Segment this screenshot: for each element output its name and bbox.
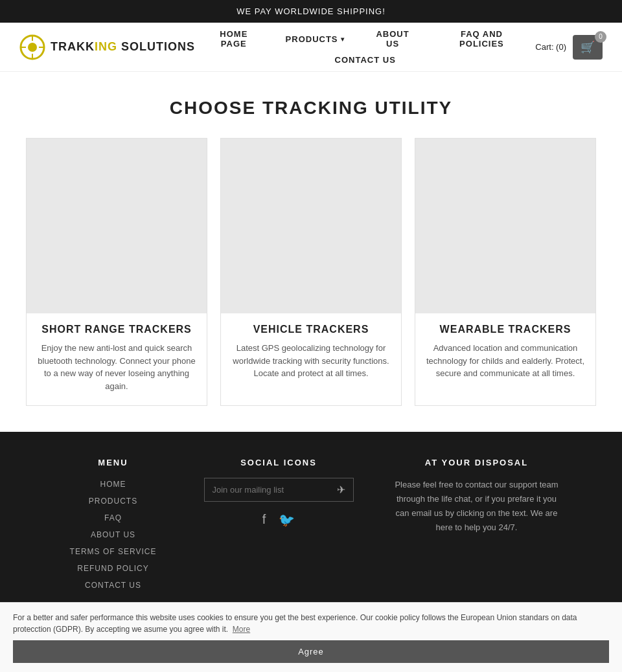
chevron-down-icon: ▾: [341, 36, 345, 43]
cart-label: Cart: (0): [535, 42, 566, 52]
footer-link-faq[interactable]: FAQ: [104, 513, 122, 522]
footer: MENU HOME PRODUCTS FAQ ABOUT US TERMS OF…: [0, 432, 622, 609]
logo-text: TRAKKING SOLUTIONS: [51, 40, 195, 54]
footer-link-about[interactable]: ABOUT US: [91, 530, 135, 539]
list-item: ABOUT US: [62, 528, 165, 540]
footer-social-title: SOCIAL ICONS: [204, 458, 354, 467]
nav-row-2: CONTACT US: [335, 55, 396, 65]
cookie-banner: For a better and safer performance this …: [0, 602, 622, 609]
cart-icon-wrap: 🛒 0: [573, 35, 603, 60]
section-title: CHOOSE TRACKING UTILITY: [19, 98, 603, 118]
footer-link-products[interactable]: PRODUCTS: [89, 497, 137, 506]
list-item: CONTACT US: [62, 579, 165, 590]
nav-contact-us[interactable]: CONTACT US: [335, 55, 396, 65]
cards-grid: SHORT RANGE TRACKERS Enjoy the new anti-…: [19, 138, 603, 406]
nav-home-page[interactable]: HOME PAGE: [208, 29, 260, 49]
nav-products[interactable]: PRODUCTS ▾: [286, 34, 345, 44]
nav-faq-policies[interactable]: FAQ AND POLICIES: [441, 29, 523, 49]
twitter-icon[interactable]: 🐦: [279, 512, 295, 528]
top-banner-text: WE PAY WORLDWIDE SHIPPING!: [236, 6, 386, 16]
card-desc-wearable: Advanced location and communication tech…: [415, 342, 595, 393]
footer-link-refund[interactable]: REFUND POLICY: [77, 564, 148, 573]
footer-disposal-text: Please feel free to contact our support …: [393, 478, 561, 535]
card-vehicle[interactable]: VEHICLE TRACKERS Latest GPS geolocalizin…: [220, 138, 402, 406]
list-item: FAQ: [62, 511, 165, 523]
footer-menu-col: MENU HOME PRODUCTS FAQ ABOUT US TERMS OF…: [62, 458, 165, 596]
list-item: PRODUCTS: [62, 495, 165, 506]
nav-about-us[interactable]: ABOUT US: [371, 29, 415, 49]
list-item: HOME: [62, 478, 165, 489]
footer-link-contact[interactable]: CONTACT US: [85, 581, 141, 590]
logo-icon: [19, 34, 45, 60]
cart-badge: 0: [595, 31, 606, 43]
card-image-vehicle: [221, 139, 401, 313]
footer-disposal-col: AT YOUR DISPOSAL Please feel free to con…: [393, 458, 561, 596]
card-image-short-range: [27, 139, 207, 313]
svg-point-1: [28, 43, 37, 52]
card-image-wearable: [415, 139, 595, 313]
footer-menu-links: HOME PRODUCTS FAQ ABOUT US TERMS OF SERV…: [62, 478, 165, 590]
list-item: TERMS OF SERVICE: [62, 545, 165, 557]
footer-disposal-title: AT YOUR DISPOSAL: [393, 458, 561, 467]
cart-area: Cart: (0) 🛒 0: [535, 35, 603, 60]
footer-link-tos[interactable]: TERMS OF SERVICE: [70, 547, 157, 556]
footer-link-home[interactable]: HOME: [100, 480, 126, 489]
footer-menu-title: MENU: [62, 458, 165, 467]
mailing-form: ✈: [204, 478, 354, 502]
card-title-short-range: SHORT RANGE TRACKERS: [27, 313, 207, 342]
main-content: CHOOSE TRACKING UTILITY SHORT RANGE TRAC…: [0, 72, 622, 432]
logo[interactable]: TRAKKING SOLUTIONS: [19, 34, 195, 60]
header: TRAKKING SOLUTIONS HOME PAGE PRODUCTS ▾ …: [0, 23, 622, 72]
list-item: REFUND POLICY: [62, 562, 165, 574]
cart-text-button[interactable]: Cart: (0): [535, 42, 566, 52]
card-title-wearable: WEARABLE TRACKERS: [415, 313, 595, 342]
card-wearable[interactable]: WEARABLE TRACKERS Advanced location and …: [415, 138, 596, 406]
facebook-icon[interactable]: f: [262, 512, 266, 528]
card-title-vehicle: VEHICLE TRACKERS: [221, 313, 401, 342]
card-desc-vehicle: Latest GPS geolocalizing technology for …: [221, 342, 401, 393]
social-icons: f 🐦: [204, 512, 354, 528]
top-banner: WE PAY WORLDWIDE SHIPPING!: [0, 0, 622, 23]
footer-social-col: SOCIAL ICONS ✈ f 🐦: [204, 458, 354, 596]
mailing-input[interactable]: [205, 478, 329, 501]
card-desc-short-range: Enjoy the new anti-lost and quick search…: [27, 342, 207, 405]
card-short-range[interactable]: SHORT RANGE TRACKERS Enjoy the new anti-…: [26, 138, 207, 406]
mailing-submit-button[interactable]: ✈: [329, 478, 353, 501]
main-nav: HOME PAGE PRODUCTS ▾ ABOUT US FAQ AND PO…: [208, 29, 522, 65]
nav-row-1: HOME PAGE PRODUCTS ▾ ABOUT US FAQ AND PO…: [208, 29, 522, 49]
